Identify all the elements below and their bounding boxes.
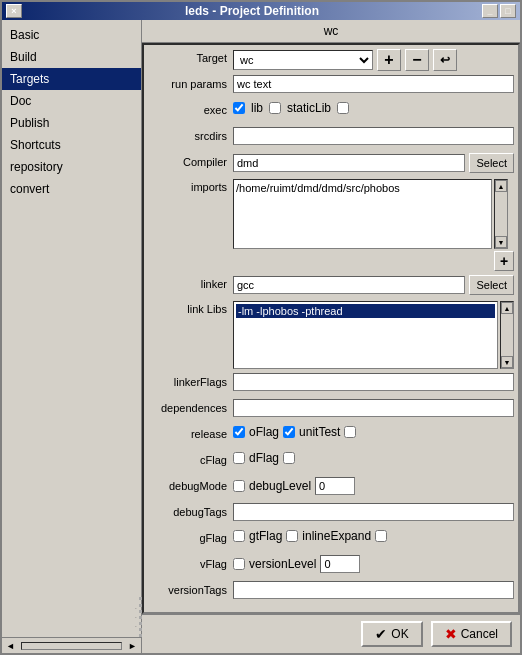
exec-label: exec <box>148 101 233 116</box>
link-libs-textarea[interactable]: -lm -lphobos -pthread <box>233 301 498 369</box>
main-window: × leds - Project Definition _ □ Basic Bu… <box>0 0 522 655</box>
srcdirs-control <box>233 127 514 145</box>
target-label: Target <box>148 49 233 64</box>
linker-flags-row: linkerFlags <box>148 373 514 395</box>
version-tags-label: versionTags <box>148 581 233 596</box>
gflag-row: gFlag gtFlag inlineExpand <box>148 529 514 551</box>
release-row: release oFlag unitTest <box>148 425 514 447</box>
release-label: release <box>148 425 233 440</box>
run-params-input[interactable] <box>233 75 514 93</box>
cflag-checkbox[interactable] <box>233 452 245 464</box>
tab-label: wc <box>324 24 339 38</box>
srcdirs-input[interactable] <box>233 127 514 145</box>
sidebar: Basic Build Targets Doc Publish Shortcut… <box>2 20 142 653</box>
exec-lib-checkbox[interactable] <box>233 102 245 114</box>
debug-tags-control <box>233 503 514 521</box>
imports-scrollbar[interactable]: ▲ ▼ <box>494 179 508 249</box>
target-remove-button[interactable]: − <box>405 49 429 71</box>
unit-test-label: unitTest <box>299 425 340 439</box>
exec-control: lib staticLib <box>233 101 514 115</box>
imports-row: imports /home/ruimt/dmd/dmd/src/phobos ▲ <box>148 179 514 271</box>
compiler-label: Compiler <box>148 153 233 168</box>
form-area: Target wc + − ↩ run params <box>142 43 520 614</box>
sidebar-scroll-left[interactable]: ◄ <box>2 641 19 651</box>
version-tags-input[interactable] <box>233 581 514 599</box>
vflag-checkbox[interactable] <box>233 558 245 570</box>
dependences-input[interactable] <box>233 399 514 417</box>
version-tags-row: versionTags <box>148 581 514 603</box>
target-add-button[interactable]: + <box>377 49 401 71</box>
link-libs-row: link Libs -lm -lphobos -pthread ▲ ▼ <box>148 301 514 369</box>
maximize-button[interactable]: □ <box>500 4 516 18</box>
linker-flags-control <box>233 373 514 391</box>
debug-level-input[interactable] <box>315 477 355 495</box>
imports-textarea[interactable]: /home/ruimt/dmd/dmd/src/phobos <box>233 179 492 249</box>
unit-test-checkbox[interactable] <box>283 426 295 438</box>
imports-add-button[interactable]: + <box>494 251 514 271</box>
dependences-control <box>233 399 514 417</box>
debug-mode-checkbox[interactable] <box>233 480 245 492</box>
linker-flags-input[interactable] <box>233 373 514 391</box>
sidebar-item-build[interactable]: Build <box>2 46 141 68</box>
release-checkbox[interactable] <box>233 426 245 438</box>
gflag-control: gtFlag inlineExpand <box>233 529 514 543</box>
exec-extra-checkbox[interactable] <box>337 102 349 114</box>
vflag-control: versionLevel <box>233 555 514 573</box>
inline-expand-checkbox[interactable] <box>375 530 387 542</box>
inline-expand-label: inlineExpand <box>302 529 371 543</box>
tab-header: wc <box>142 20 520 43</box>
vflag-row: vFlag versionLevel <box>148 555 514 577</box>
debug-tags-input[interactable] <box>233 503 514 521</box>
sidebar-item-basic[interactable]: Basic <box>2 24 141 46</box>
link-libs-scroll-up[interactable]: ▲ <box>501 302 513 314</box>
right-panel: wc Target wc + − ↩ <box>142 20 520 653</box>
run-params-row: run params <box>148 75 514 97</box>
dependences-label: dependences <box>148 399 233 414</box>
link-libs-scroll-down[interactable]: ▼ <box>501 356 513 368</box>
compiler-control: Select <box>233 153 514 173</box>
link-libs-label: link Libs <box>148 301 233 315</box>
sidebar-item-targets[interactable]: Targets <box>2 68 141 90</box>
ok-label: OK <box>391 627 408 641</box>
gflag-checkbox[interactable] <box>233 530 245 542</box>
dflag-checkbox[interactable] <box>283 452 295 464</box>
release-extra-checkbox[interactable] <box>344 426 356 438</box>
target-dropdown[interactable]: wc <box>233 50 373 70</box>
exec-staticlib-checkbox[interactable] <box>269 102 281 114</box>
sidebar-scrollbar[interactable]: ◄ ► <box>2 637 141 653</box>
debug-tags-row: debugTags <box>148 503 514 525</box>
cancel-button[interactable]: ✖ Cancel <box>431 621 512 647</box>
release-control: oFlag unitTest <box>233 425 514 439</box>
linker-input[interactable] <box>233 276 465 294</box>
imports-scroll-up[interactable]: ▲ <box>495 180 507 192</box>
run-params-control <box>233 75 514 93</box>
cflag-row: cFlag dFlag <box>148 451 514 473</box>
sidebar-item-convert[interactable]: convert <box>2 178 141 200</box>
target-control: wc + − ↩ <box>233 49 514 71</box>
linker-select-button[interactable]: Select <box>469 275 514 295</box>
close-button[interactable]: × <box>6 4 22 18</box>
link-libs-scrollbar[interactable]: ▲ ▼ <box>500 301 514 369</box>
target-back-button[interactable]: ↩ <box>433 49 457 71</box>
imports-value: /home/ruimt/dmd/dmd/src/phobos <box>236 182 489 194</box>
debug-mode-row: debugMode debugLevel <box>148 477 514 499</box>
debug-level-label: debugLevel <box>249 479 311 493</box>
sidebar-item-repository[interactable]: repository <box>2 156 141 178</box>
imports-scroll-down[interactable]: ▼ <box>495 236 507 248</box>
linker-control: Select <box>233 275 514 295</box>
compiler-input[interactable] <box>233 154 465 172</box>
sidebar-item-shortcuts[interactable]: Shortcuts <box>2 134 141 156</box>
sidebar-scroll-right[interactable]: ► <box>124 641 141 651</box>
minimize-button[interactable]: _ <box>482 4 498 18</box>
imports-control: /home/ruimt/dmd/dmd/src/phobos ▲ ▼ + <box>233 179 514 271</box>
linker-row: linker Select <box>148 275 514 297</box>
cflag-control: dFlag <box>233 451 514 465</box>
compiler-select-button[interactable]: Select <box>469 153 514 173</box>
sidebar-item-doc[interactable]: Doc <box>2 90 141 112</box>
ok-button[interactable]: ✔ OK <box>361 621 422 647</box>
gtflag-checkbox[interactable] <box>286 530 298 542</box>
version-level-input[interactable] <box>320 555 360 573</box>
dflag-label: dFlag <box>249 451 279 465</box>
dependences-row: dependences <box>148 399 514 421</box>
sidebar-item-publish[interactable]: Publish <box>2 112 141 134</box>
